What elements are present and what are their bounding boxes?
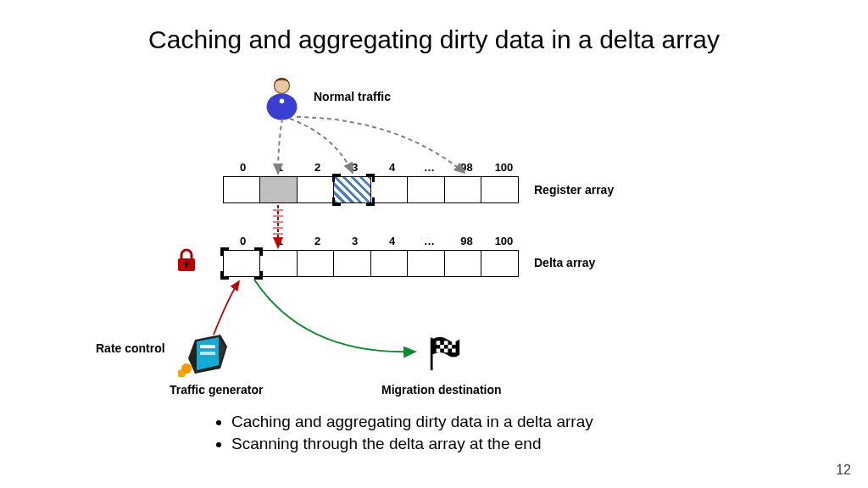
svg-rect-5 (186, 264, 187, 268)
svg-rect-11 (200, 345, 215, 348)
delta-cell (223, 250, 261, 277)
delta-cell (481, 250, 519, 277)
lock-icon (175, 248, 198, 278)
delta-idx-5: … (410, 235, 448, 247)
delta-idx-0: 0 (224, 235, 262, 247)
delta-idx-1: 1 (261, 235, 299, 247)
migration-destination-label: Migration destination (381, 383, 502, 396)
delta-cell (297, 250, 335, 277)
delta-idx-7: 100 (485, 235, 523, 247)
traffic-generator-label: Traffic generator (170, 383, 263, 396)
delta-array-label: Delta array (534, 256, 595, 269)
bullet-1: Caching and aggregating dirty data in a … (231, 411, 593, 433)
delta-idx-3: 3 (336, 235, 374, 247)
delta-cell (370, 250, 409, 277)
svg-rect-12 (200, 352, 215, 355)
reg-cell (370, 176, 409, 203)
reg-cell (407, 176, 445, 203)
reg-cell-gray (259, 176, 298, 203)
svg-rect-20 (444, 349, 448, 353)
svg-rect-17 (440, 345, 444, 349)
svg-rect-16 (452, 341, 456, 345)
reg-idx-7: 100 (485, 161, 523, 174)
user-icon (263, 76, 301, 119)
reg-idx-3: 3 (336, 161, 374, 174)
reg-cell (297, 176, 335, 203)
reg-idx-2: 2 (298, 161, 337, 174)
delta-cell (333, 250, 371, 277)
reg-idx-4: 4 (373, 161, 411, 174)
reg-cell (444, 176, 482, 203)
svg-point-2 (280, 98, 285, 103)
reg-idx-6: 98 (448, 161, 486, 174)
bullet-2: Scanning through the delta array at the … (231, 433, 593, 455)
reg-idx-0: 0 (224, 161, 262, 174)
svg-rect-15 (444, 341, 448, 345)
delta-idx-4: 4 (373, 235, 411, 247)
delta-idx-6: 98 (448, 235, 486, 247)
svg-rect-14 (437, 341, 441, 345)
svg-rect-21 (452, 349, 456, 353)
normal-traffic-label: Normal traffic (314, 90, 391, 103)
rate-control-label: Rate control (96, 341, 165, 355)
reg-cell (481, 176, 519, 203)
delta-cell (407, 250, 445, 277)
register-array-label: Register array (534, 183, 614, 197)
delta-array (224, 250, 519, 277)
delta-idx-2: 2 (298, 235, 337, 247)
svg-rect-19 (437, 349, 441, 353)
svg-rect-18 (448, 345, 452, 349)
register-array (224, 176, 519, 203)
delta-cell (444, 250, 482, 277)
reg-idx-5: … (410, 161, 448, 174)
delta-cell (259, 250, 298, 277)
reg-idx-1: 1 (261, 161, 299, 174)
slide-number: 12 (836, 463, 851, 478)
svg-point-1 (267, 93, 298, 120)
flag-icon (424, 335, 461, 380)
bullet-list: Caching and aggregating dirty data in a … (216, 411, 593, 454)
reg-cell (223, 176, 261, 203)
traffic-generator-icon (178, 335, 229, 377)
reg-cell-hatch (333, 176, 371, 203)
